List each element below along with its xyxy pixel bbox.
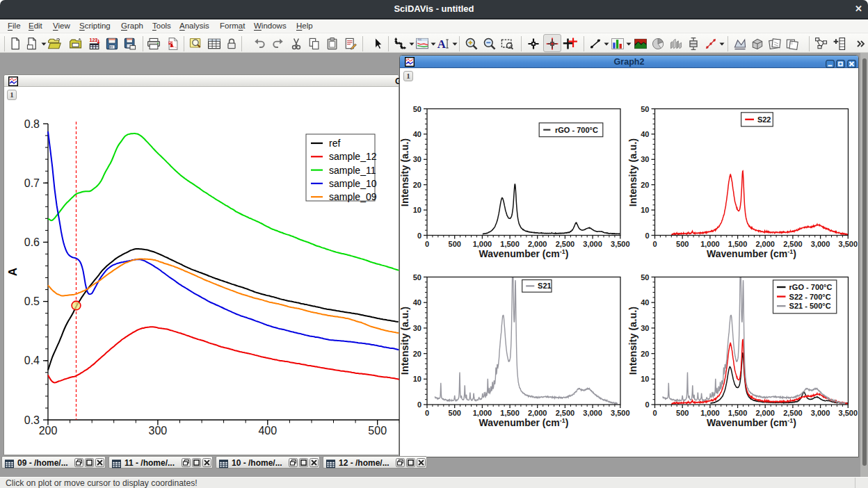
svg-text:20: 20 <box>641 350 649 358</box>
svg-text:1,500: 1,500 <box>728 240 748 248</box>
svg-text:10: 10 <box>413 375 421 383</box>
svg-text:3,000: 3,000 <box>583 240 602 248</box>
svg-text:500: 500 <box>676 409 689 417</box>
svg-text:40: 40 <box>413 130 421 138</box>
svg-text:1,500: 1,500 <box>500 409 520 417</box>
svg-text:30: 30 <box>641 324 649 332</box>
svg-text:2,500: 2,500 <box>783 409 803 417</box>
svg-text:ref: ref <box>329 138 340 149</box>
svg-text:123: 123 <box>89 38 97 43</box>
svg-text:50: 50 <box>413 105 421 113</box>
svg-text:0.6: 0.6 <box>24 236 40 248</box>
svg-text:Wavenumber (cm-1): Wavenumber (cm-1) <box>707 417 796 428</box>
svg-text:40: 40 <box>641 130 649 138</box>
svg-text:0.7: 0.7 <box>24 177 40 189</box>
svg-text:1,000: 1,000 <box>700 240 720 248</box>
svg-text:2,000: 2,000 <box>528 409 547 417</box>
svg-text:2,000: 2,000 <box>528 240 547 248</box>
svg-text:400: 400 <box>258 425 277 437</box>
svg-text:50: 50 <box>641 105 649 113</box>
svg-text:20: 20 <box>413 181 421 189</box>
svg-text:30: 30 <box>413 324 421 332</box>
svg-text:500: 500 <box>449 409 461 417</box>
svg-text:1,500: 1,500 <box>500 240 520 248</box>
svg-text:A: A <box>6 268 19 276</box>
svg-text:3,500: 3,500 <box>611 409 630 417</box>
svg-text:0.3: 0.3 <box>24 414 40 426</box>
svg-text:3,000: 3,000 <box>811 409 830 417</box>
svg-text:50: 50 <box>413 273 421 282</box>
svg-text:0.5: 0.5 <box>24 295 40 307</box>
svg-text:Intensity (a.u.): Intensity (a.u.) <box>400 307 410 375</box>
svg-text:sample_10: sample_10 <box>329 178 377 189</box>
svg-text:10: 10 <box>641 375 649 383</box>
svg-text:0: 0 <box>417 231 421 240</box>
svg-text:PDF: PDF <box>169 42 175 44</box>
svg-text:20: 20 <box>641 181 649 189</box>
svg-text:S22 - 700°C: S22 - 700°C <box>789 293 831 301</box>
svg-text:1,000: 1,000 <box>473 409 492 417</box>
svg-text:500: 500 <box>368 425 387 437</box>
svg-text:sample_12: sample_12 <box>329 151 377 162</box>
svg-text:40: 40 <box>413 298 421 307</box>
svg-text:3,000: 3,000 <box>811 240 830 248</box>
svg-text:Wavenumber (cm-1): Wavenumber (cm-1) <box>479 417 569 428</box>
svg-text:30: 30 <box>641 155 649 163</box>
svg-text:Intensity (a.u.): Intensity (a.u.) <box>400 138 410 206</box>
svg-text:Wavenumber (cm-1): Wavenumber (cm-1) <box>707 248 796 259</box>
svg-text:2,500: 2,500 <box>556 240 575 248</box>
svg-text:0: 0 <box>417 400 421 409</box>
svg-text:0.4: 0.4 <box>24 355 40 366</box>
svg-text:0.8: 0.8 <box>24 118 40 130</box>
svg-text:2,000: 2,000 <box>755 409 775 417</box>
svg-text:2,500: 2,500 <box>556 409 575 417</box>
svg-text:10: 10 <box>641 206 649 214</box>
svg-text:f(x): f(x) <box>418 38 421 41</box>
svg-text:2,500: 2,500 <box>783 240 803 248</box>
svg-text:rGO - 700°C: rGO - 700°C <box>789 283 833 291</box>
svg-text:30: 30 <box>413 155 421 163</box>
svg-text:20: 20 <box>413 350 421 358</box>
svg-text:2,000: 2,000 <box>755 240 775 248</box>
svg-text:0: 0 <box>652 240 657 248</box>
svg-text:3,500: 3,500 <box>611 240 630 248</box>
svg-text:sample_11: sample_11 <box>329 165 376 176</box>
svg-text:1,000: 1,000 <box>473 240 492 248</box>
svg-text:3,000: 3,000 <box>583 409 602 417</box>
svg-text:Intensity (a.u.): Intensity (a.u.) <box>627 307 638 375</box>
svg-text:sample_09: sample_09 <box>329 191 377 202</box>
svg-text:3,500: 3,500 <box>839 240 858 248</box>
svg-text:500: 500 <box>676 240 689 248</box>
svg-text:1,500: 1,500 <box>728 409 748 417</box>
svg-text:1,000: 1,000 <box>700 409 720 417</box>
svg-text:A: A <box>437 38 446 51</box>
svg-text:0: 0 <box>645 400 649 409</box>
svg-text:300: 300 <box>149 425 168 437</box>
svg-text:S22: S22 <box>757 115 771 124</box>
svg-text:S21 - 500°C: S21 - 500°C <box>789 302 831 310</box>
svg-text:50: 50 <box>641 273 649 282</box>
svg-text:500: 500 <box>449 240 461 248</box>
svg-text:S21: S21 <box>538 282 552 290</box>
svg-text:rGO - 700°C: rGO - 700°C <box>555 126 598 134</box>
svg-text:0: 0 <box>645 231 649 240</box>
svg-text:0: 0 <box>425 409 429 417</box>
svg-text:0: 0 <box>652 409 657 417</box>
svg-text:10: 10 <box>413 206 421 214</box>
svg-text:3,500: 3,500 <box>839 409 858 417</box>
svg-text:Intensity (a.u.): Intensity (a.u.) <box>627 138 638 206</box>
svg-text:Wavenumber (cm-1): Wavenumber (cm-1) <box>479 248 569 259</box>
svg-text:0: 0 <box>425 240 429 248</box>
svg-text:200: 200 <box>39 425 58 437</box>
svg-text:40: 40 <box>641 298 649 307</box>
